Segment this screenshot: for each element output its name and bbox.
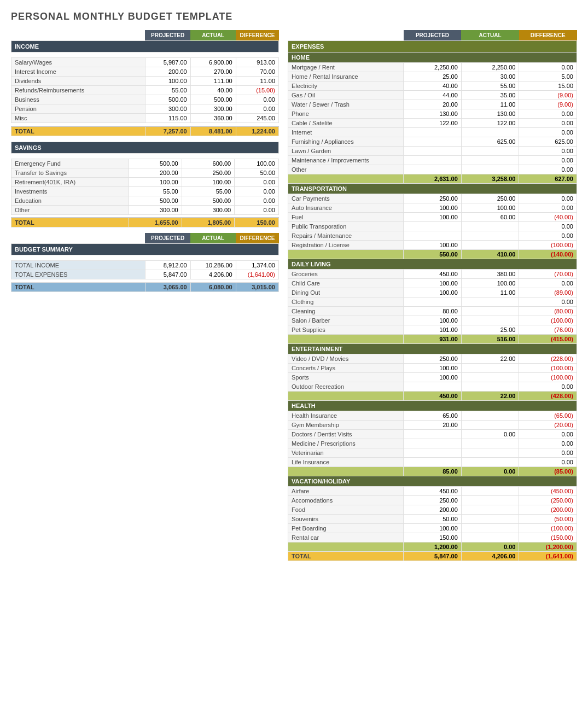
row-projected: [404, 222, 462, 231]
row-difference: 0.00: [235, 196, 279, 205]
exp-sub-header: TRANSPORTATION: [288, 184, 577, 194]
row-label: Education: [11, 196, 129, 205]
bs-projected-header: PROJECTED: [145, 233, 190, 244]
row-projected: 44.00: [404, 91, 462, 100]
row-projected: 20.00: [404, 100, 462, 109]
row-actual: [461, 496, 519, 505]
row-label: Food: [288, 505, 404, 515]
row-actual: 250.00: [461, 194, 519, 203]
income-table: PROJECTED ACTUAL DIFFERENCE INCOME Salar…: [11, 30, 279, 136]
expenses-grand-total-projected: 5,847.00: [404, 552, 462, 561]
row-projected: 100.00: [404, 316, 462, 325]
row-label: Misc: [11, 114, 145, 123]
row-projected: 100.00: [404, 524, 462, 533]
savings-table: SAVINGS Emergency Fund 500.00 600.00 100…: [11, 142, 279, 228]
row-label: Pension: [11, 104, 145, 114]
row-projected: 20.00: [404, 421, 462, 430]
row-difference: (70.00): [519, 270, 577, 279]
row-difference: 5.00: [519, 72, 577, 81]
row-projected: [404, 128, 462, 137]
row-label: Emergency Fund: [11, 159, 129, 168]
row-projected: 500.00: [145, 95, 190, 104]
row-projected: 500.00: [129, 159, 182, 168]
total-difference: 150.00: [235, 218, 279, 227]
row-label: Public Transporation: [288, 222, 404, 231]
row-label: Rental car: [288, 533, 404, 542]
row-label: Other: [288, 165, 404, 174]
exp-sub-header: DAILY LIVING: [288, 259, 577, 270]
row-actual: 380.00: [461, 270, 519, 279]
exp-section-total-projected: 931.00: [404, 335, 462, 344]
bs-row-projected: 5,847.00: [145, 270, 190, 279]
bs-row-label: TOTAL INCOME: [11, 261, 145, 270]
exp-section-total-difference: (1,200.00): [519, 542, 577, 552]
row-projected: [404, 297, 462, 307]
exp-difference-header: DIFFERENCE: [519, 30, 577, 41]
exp-section-total-actual: 516.00: [461, 335, 519, 344]
row-label: Outdoor Recreation: [288, 382, 404, 392]
savings-section-header: SAVINGS: [11, 142, 279, 153]
row-label: Video / DVD / Movies: [288, 354, 404, 364]
row-label: Fuel: [288, 213, 404, 222]
row-actual: 300.00: [182, 205, 235, 214]
row-label: Phone: [288, 109, 404, 119]
row-actual: [461, 147, 519, 156]
row-projected: 250.00: [404, 496, 462, 505]
row-actual: 300.00: [190, 104, 236, 114]
exp-sub-header: VACATION/HOLIDAY: [288, 476, 577, 487]
row-actual: 55.00: [182, 186, 235, 196]
row-projected: 55.00: [129, 186, 182, 196]
row-difference: 0.00: [519, 382, 577, 392]
row-difference: 0.00: [235, 186, 279, 196]
row-actual: 22.00: [461, 354, 519, 364]
row-label: Refunds/Reimbursements: [11, 86, 145, 95]
row-difference: 0.00: [519, 430, 577, 439]
row-actual: [461, 487, 519, 496]
row-actual: [461, 165, 519, 174]
expenses-grand-total-difference: (1,641.00): [519, 552, 577, 561]
row-label: Souvenirs: [288, 515, 404, 524]
expenses-section-header: EXPENSES: [288, 41, 577, 52]
total-actual: 6,080.00: [190, 283, 236, 292]
row-actual: 40.00: [190, 86, 236, 95]
row-difference: (50.00): [519, 515, 577, 524]
budget-summary-table: PROJECTED ACTUAL DIFFERENCE BUDGET SUMMA…: [11, 233, 279, 292]
exp-section-total-difference: (415.00): [519, 335, 577, 344]
row-projected: 130.00: [404, 109, 462, 119]
row-actual: [461, 421, 519, 430]
row-difference: 0.00: [519, 222, 577, 231]
exp-section-total-difference: 627.00: [519, 174, 577, 184]
row-projected: 300.00: [129, 205, 182, 214]
row-difference: 0.00: [519, 109, 577, 119]
row-actual: 250.00: [182, 168, 235, 177]
row-actual: 100.00: [461, 279, 519, 288]
row-label: Car Payments: [288, 194, 404, 203]
row-difference: 0.00: [519, 439, 577, 448]
income-actual-header: ACTUAL: [190, 30, 236, 41]
row-difference: (40.00): [519, 213, 577, 222]
row-label: Gas / Oil: [288, 91, 404, 100]
row-projected: 100.00: [404, 213, 462, 222]
row-label: Repairs / Maintenance: [288, 231, 404, 241]
exp-section-total-projected: 550.00: [404, 250, 462, 259]
total-difference: 3,015.00: [236, 283, 278, 292]
row-difference: 0.00: [519, 194, 577, 203]
row-difference: (76.00): [519, 325, 577, 335]
row-actual: 130.00: [461, 109, 519, 119]
bs-row-actual: 4,206.00: [190, 270, 236, 279]
row-label: Gym Membership: [288, 421, 404, 430]
row-label: Sports: [288, 373, 404, 382]
row-projected: 40.00: [404, 81, 462, 91]
row-label: Retirement(401K, IRA): [11, 177, 129, 186]
total-actual: 8,481.00: [190, 126, 236, 136]
row-actual: 600.00: [182, 159, 235, 168]
income-section-header: INCOME: [11, 41, 279, 52]
row-actual: [461, 448, 519, 458]
row-projected: 65.00: [404, 411, 462, 421]
row-label: Cleaning: [288, 307, 404, 316]
row-label: Other: [11, 205, 129, 214]
row-projected: 150.00: [404, 533, 462, 542]
exp-section-total-actual: 0.00: [461, 467, 519, 476]
total-difference: 1,224.00: [236, 126, 278, 136]
row-projected: 2,250.00: [404, 63, 462, 72]
